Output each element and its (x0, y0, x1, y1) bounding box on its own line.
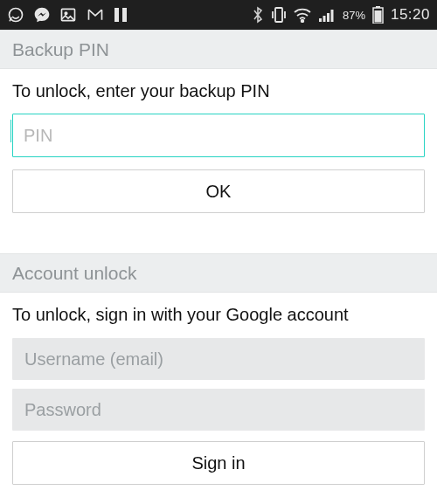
backup-pin-instruction: To unlock, enter your backup PIN (0, 69, 437, 110)
account-unlock-instruction: To unlock, sign in with your Google acco… (0, 293, 437, 334)
image-icon (59, 6, 77, 24)
backup-pin-header: Backup PIN (0, 30, 437, 69)
svg-rect-5 (275, 8, 282, 22)
ok-button[interactable]: OK (12, 169, 425, 213)
wifi-icon (294, 7, 311, 23)
clock: 15:20 (391, 6, 430, 24)
bluetooth-icon (252, 6, 264, 24)
account-unlock-header: Account unlock (0, 253, 437, 293)
username-input[interactable] (12, 338, 425, 380)
pin-input[interactable] (12, 114, 425, 157)
messenger-icon (33, 6, 51, 24)
signal-icon (318, 7, 336, 23)
svg-point-2 (65, 12, 67, 14)
password-input[interactable] (12, 389, 425, 431)
status-bar: 87% 15:20 (0, 0, 437, 30)
svg-point-6 (302, 20, 304, 23)
battery-percentage: 87% (343, 9, 365, 22)
battery-icon (372, 6, 384, 24)
signin-button[interactable]: Sign in (12, 441, 425, 485)
svg-rect-10 (330, 10, 333, 22)
svg-rect-7 (319, 18, 322, 22)
mail-icon (86, 6, 105, 24)
svg-rect-8 (323, 16, 325, 22)
vibrate-icon (271, 6, 287, 24)
svg-rect-3 (114, 8, 119, 22)
status-bar-left (7, 6, 128, 24)
whatsapp-icon (7, 6, 24, 24)
pause-icon (114, 7, 128, 23)
svg-rect-9 (327, 13, 329, 22)
svg-rect-4 (122, 8, 127, 22)
svg-rect-13 (374, 10, 381, 23)
status-bar-right: 87% 15:20 (252, 6, 430, 24)
